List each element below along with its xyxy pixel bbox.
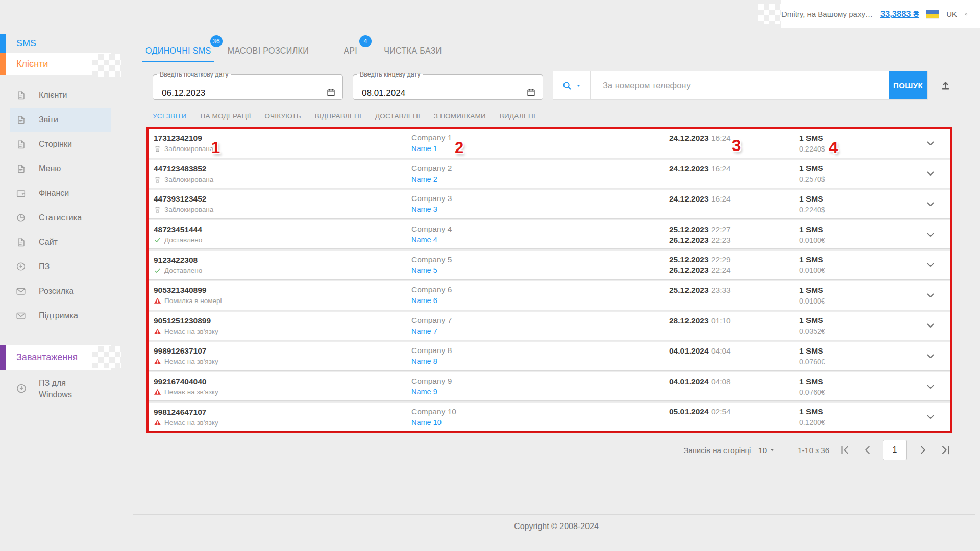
row-expand-chevron-icon[interactable] [924,229,937,241]
first-page-button[interactable] [839,443,852,457]
row-expand-chevron-icon[interactable] [924,411,937,423]
sender-name-link[interactable]: Name 6 [411,296,437,305]
phone-number: 48723451444 [154,225,411,234]
row-expand-chevron-icon[interactable] [924,198,937,210]
balance-link[interactable]: 33,3883 ₴ [880,9,919,19]
sender-name-link[interactable]: Name 5 [411,266,437,274]
calendar-icon[interactable] [326,88,336,97]
row-expand-chevron-icon[interactable] [924,350,937,362]
phone-cell: 9123422308Доставлено [154,256,411,274]
row-expand-chevron-icon[interactable] [924,381,937,393]
row-expand-chevron-icon[interactable] [924,137,937,149]
row-expand-chevron-icon[interactable] [924,259,937,271]
checker-decoration [758,4,781,24]
sms-cost: 0.2240$ [799,145,924,153]
tab-single-sms[interactable]: ОДИНОЧНІ SMS36 [142,38,214,62]
sender-name-link[interactable]: Name 10 [411,418,442,427]
sidebar-item-pages[interactable]: Сторінки [0,132,111,157]
sidebar-item-menu[interactable]: Меню [0,157,111,181]
date-cell: 25.12.2023 23:33 [669,281,799,295]
table-row[interactable]: 447393123452ЗаблокированаCompany 3Name 3… [149,190,950,218]
date-to-field[interactable]: Введіть кінцеву дату 08.01.2024 [353,71,543,100]
current-page-input[interactable]: 1 [883,440,907,460]
sms-cell: 1 SMS0.2240$ [799,134,924,153]
company-label: Company 5 [411,255,669,264]
status-filter-moderation[interactable]: НА МОДЕРАЦІЇ [201,112,251,120]
tab-api[interactable]: API4 [340,38,363,62]
sidebar-item-site[interactable]: Сайт [0,230,111,255]
sidebar-section-sms[interactable]: SMS [0,34,111,53]
search-input[interactable] [591,71,889,99]
sidebar-item-windows-software[interactable]: ПЗ для Windows [0,377,111,400]
sms-cell: 1 SMS0.2240$ [799,194,924,214]
phone-cell: 9051251230899Немає на зв'язку [154,316,411,335]
delivery-status-text: Доставлено [164,236,202,244]
table-row[interactable]: 905321340899Помилка в номеріCompany 6Nam… [149,281,950,310]
sender-name-link[interactable]: Name 4 [411,236,437,244]
delivery-status-text: Немає на зв'язку [164,358,218,365]
tab-label: API [344,46,357,55]
sender-name-link[interactable]: Name 1 [411,144,437,153]
status-filter-sent[interactable]: ВІДПРАВЛЕНІ [315,112,361,120]
table-row[interactable]: 447123483852ЗаблокированаCompany 2Name 2… [149,160,950,188]
status-filter-delivered[interactable]: ДОСТАВЛЕНІ [375,112,420,120]
calendar-icon[interactable] [526,88,536,97]
table-row[interactable]: 998912637107Немає на зв'язкуCompany 8Nam… [149,342,950,370]
sidebar-item-statistics[interactable]: Статистика [0,206,111,230]
sidebar-item-clients[interactable]: Клієнти [0,83,111,108]
search-type-dropdown[interactable] [553,71,591,99]
phone-number: 447393123452 [154,194,411,204]
sidebar-item-support[interactable]: Підтримка [0,304,111,328]
date-from-field[interactable]: Введіть початкову дату 06.12.2023 [153,71,343,100]
warning-icon [154,358,161,365]
table-row[interactable]: 17312342109ЗаблокированаCompany 1Name 12… [149,129,950,158]
row-expand-chevron-icon[interactable] [924,289,937,302]
sender-name-link[interactable]: Name 7 [411,327,437,335]
logout-power-icon[interactable] [965,8,968,21]
date-line: 04.01.2024 04:08 [669,377,799,386]
status-filter-all[interactable]: УСІ ЗВІТИ [153,112,187,120]
date-from-value[interactable]: 06.12.2023 [162,88,205,98]
sidebar-item-software[interactable]: ПЗ [0,255,111,279]
sidebar-item-mailing[interactable]: Розсилка [0,279,111,304]
status-filter-deleted[interactable]: ВИДАЛЕНІ [500,112,535,120]
table-row[interactable]: 9051251230899Немає на зв'язкуCompany 7Na… [149,312,950,340]
sidebar-section-clients[interactable]: Клієнти [0,53,111,75]
sidebar-item-reports[interactable]: Звіти [10,108,111,132]
sms-cost: 0.0100€ [799,266,924,274]
status-filter-pending[interactable]: ОЧІКУЮТЬ [265,112,301,120]
tab-badge: 36 [210,35,223,47]
tab-mass-mailings[interactable]: МАСОВІ РОЗСИЛКИ [225,38,312,62]
search-button[interactable]: ПОШУК [889,71,927,99]
phone-number: 9123422308 [154,256,411,265]
sender-name-link[interactable]: Name 9 [411,388,437,396]
row-expand-chevron-icon[interactable] [924,319,937,332]
date-to-value[interactable]: 08.01.2024 [362,88,405,98]
last-page-button[interactable] [939,443,952,457]
language-selector[interactable]: UK [946,10,957,18]
table-row[interactable]: 48723451444ДоставленоCompany 4Name 425.1… [149,220,950,249]
company-cell: Company 4Name 4 [411,224,669,244]
table-row[interactable]: 998124647107Немає на зв'язкуCompany 10Na… [149,403,950,431]
delivery-status-text: Заблокирована [164,145,213,153]
date-line: 04.01.2024 04:04 [669,346,799,356]
status-filter-bar: УСІ ЗВІТИНА МОДЕРАЦІЇОЧІКУЮТЬВІДПРАВЛЕНІ… [153,112,952,120]
sender-name-link[interactable]: Name 2 [411,175,437,183]
ukraine-flag-icon [926,10,939,18]
next-page-button[interactable] [916,443,929,457]
downloads-section-accent-bar [0,345,6,370]
previous-page-button[interactable] [861,443,874,457]
sidebar-item-finance[interactable]: Фінанси [0,181,111,206]
sidebar-item-label: Розсилка [39,287,74,296]
row-expand-chevron-icon[interactable] [924,167,937,180]
sender-name-link[interactable]: Name 8 [411,357,437,365]
sidebar-section-downloads[interactable]: Завантаження [0,345,111,370]
table-row[interactable]: 9123422308ДоставленоCompany 5Name 525.12… [149,251,950,279]
company-cell: Company 3Name 3 [411,194,669,214]
status-filter-errors[interactable]: З ПОМИЛКАМИ [434,112,486,120]
upload-icon[interactable] [939,79,952,92]
per-page-select[interactable]: 10 [758,446,776,455]
table-row[interactable]: 992167404040Немає на зв'язкуCompany 9Nam… [149,372,950,401]
tab-db-cleaning[interactable]: ЧИСТКА БАЗИ [381,38,445,62]
sender-name-link[interactable]: Name 3 [411,205,437,213]
